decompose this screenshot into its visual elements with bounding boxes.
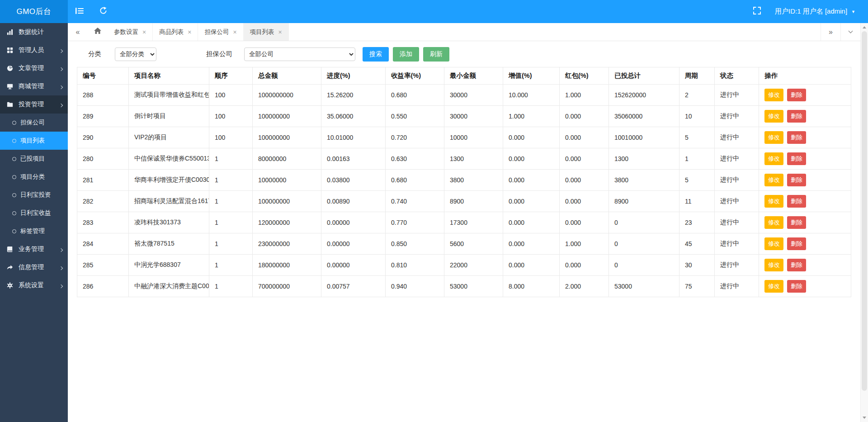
column-header: 编号 [77, 67, 129, 85]
table-cell: 5 [679, 170, 715, 191]
home-tab[interactable] [88, 23, 108, 41]
table-cell: 1 [209, 255, 253, 276]
edit-button[interactable]: 修改 [764, 280, 783, 293]
tab-3[interactable]: 项目列表× [244, 23, 289, 41]
edit-button[interactable]: 修改 [764, 110, 783, 123]
sidebar-item-4[interactable]: 投资管理 [0, 95, 68, 114]
delete-button[interactable]: 删除 [787, 174, 806, 186]
fullscreen-button[interactable] [745, 0, 769, 23]
search-button[interactable]: 搜索 [363, 47, 389, 62]
table-cell: 1 [209, 148, 253, 170]
chevron-right-icon [60, 47, 62, 54]
table-cell: 0.00000 [321, 233, 386, 255]
column-header: 收益率(%) [386, 67, 444, 85]
sidebar-item-2[interactable]: 文章管理 [0, 59, 68, 77]
tab-bar: « 参数设置×商品列表×担保公司×项目列表× » [68, 23, 860, 41]
delete-button[interactable]: 删除 [787, 237, 806, 250]
tab-0[interactable]: 参数设置× [108, 23, 153, 41]
sidebar-subitem-6[interactable]: 项目列表 [0, 132, 68, 150]
table-cell: 1 [209, 212, 253, 233]
delete-button[interactable]: 删除 [787, 280, 806, 293]
sidebar-item-1[interactable]: 管理人员 [0, 41, 68, 59]
sidebar-item-12[interactable]: 业务管理 [0, 240, 68, 258]
close-icon[interactable]: × [142, 29, 146, 35]
vertical-scrollbar[interactable] [860, 23, 868, 422]
table-cell: 30 [679, 255, 715, 276]
user-dropdown[interactable]: 用户ID:1 用户名 [admin] ▼ [769, 0, 868, 23]
sidebar-subitem-9[interactable]: 日利宝投资 [0, 186, 68, 204]
chevron-right-icon [60, 83, 62, 90]
table-cell: 230000000 [253, 233, 321, 255]
sidebar-item-13[interactable]: 信息管理 [0, 258, 68, 276]
edit-button[interactable]: 修改 [764, 174, 783, 186]
filter-bar: 分类 全部分类 担保公司 全部公司 搜索 添加 刷新 [68, 41, 860, 67]
close-icon[interactable]: × [233, 29, 236, 35]
table-header-row: 编号项目名称顺序总金额进度(%)收益率(%)最小金额增值(%)红包(%)已投总计… [77, 67, 851, 85]
table-cell: 23 [679, 212, 715, 233]
tabs-menu-button[interactable] [840, 23, 860, 41]
edit-button[interactable]: 修改 [764, 89, 783, 101]
chevron-right-icon [60, 65, 62, 72]
company-select[interactable]: 全部公司 [244, 47, 355, 61]
sidebar-item-3[interactable]: 商城管理 [0, 77, 68, 95]
monitor-icon [7, 83, 14, 90]
refresh-page-button[interactable] [91, 0, 115, 23]
table-cell: 152620000 [609, 85, 679, 106]
close-icon[interactable]: × [188, 29, 191, 35]
column-header: 顺序 [209, 67, 253, 85]
tabs-scroll-left-button[interactable]: « [68, 23, 88, 41]
delete-button[interactable]: 删除 [787, 110, 806, 123]
edit-button[interactable]: 修改 [764, 216, 783, 229]
edit-button[interactable]: 修改 [764, 237, 783, 250]
add-button[interactable]: 添加 [393, 47, 419, 62]
edit-button[interactable]: 修改 [764, 131, 783, 144]
table-cell: 5600 [444, 233, 503, 255]
sidebar-item-14[interactable]: 系统设置 [0, 276, 68, 294]
edit-button[interactable]: 修改 [764, 259, 783, 271]
scroll-up-arrow-icon[interactable] [861, 24, 868, 31]
chevron-right-icon [60, 264, 62, 271]
collapse-menu-button[interactable] [68, 0, 91, 23]
table-row: 280中信保诚景华债券C5500131800000000.001630.6301… [77, 148, 851, 170]
chevron-down-icon [849, 29, 853, 33]
scroll-down-arrow-icon[interactable] [861, 414, 868, 422]
delete-button[interactable]: 删除 [787, 195, 806, 208]
status-text: 进行中 [715, 106, 759, 127]
sidebar-subitem-5[interactable]: 担保公司 [0, 114, 68, 132]
tab-2[interactable]: 担保公司× [198, 23, 243, 41]
category-select[interactable]: 全部分类 [115, 47, 156, 61]
table-cell: 10010000 [609, 127, 679, 148]
edit-button[interactable]: 修改 [764, 195, 783, 208]
edit-button[interactable]: 修改 [764, 152, 783, 165]
tabs-scroll-right-button[interactable]: » [821, 23, 840, 41]
table-cell: 80000000 [253, 148, 321, 170]
sidebar: 数据统计管理人员文章管理商城管理投资管理担保公司项目列表已投项目项目分类日利宝投… [0, 23, 68, 422]
close-icon[interactable]: × [278, 29, 282, 35]
sidebar-item-0[interactable]: 数据统计 [0, 23, 68, 41]
tab-1[interactable]: 商品列表× [153, 23, 198, 41]
sidebar-subitem-label: 日利宝收益 [20, 209, 51, 217]
table-row: 285中润光学68830711800000000.000000.81022000… [77, 255, 851, 276]
delete-button[interactable]: 删除 [787, 259, 806, 271]
delete-button[interactable]: 删除 [787, 216, 806, 229]
table-cell: 100000000 [253, 191, 321, 212]
delete-button[interactable]: 删除 [787, 131, 806, 144]
scrollbar-thumb[interactable] [862, 31, 867, 391]
delete-button[interactable]: 删除 [787, 89, 806, 101]
chevron-right-icon [60, 282, 62, 289]
table-cell: 0.000 [503, 191, 560, 212]
sidebar-subitem-8[interactable]: 项目分类 [0, 168, 68, 186]
table-body: 288测试项目带增值收益和红包100100000000015.262000.68… [77, 85, 851, 297]
refresh-button[interactable]: 刷新 [423, 47, 449, 62]
table-cell: 0.000 [560, 170, 609, 191]
table-cell: 3800 [444, 170, 503, 191]
column-header: 状态 [715, 67, 759, 85]
sidebar-subitem-7[interactable]: 已投项目 [0, 150, 68, 168]
table-cell: 284 [77, 233, 129, 255]
sidebar-subitem-11[interactable]: 标签管理 [0, 222, 68, 240]
delete-button[interactable]: 删除 [787, 152, 806, 165]
sidebar-subitem-label: 已投项目 [20, 155, 45, 163]
table-cell: 0.810 [386, 255, 444, 276]
table-cell: 测试项目带增值收益和红包 [129, 85, 209, 106]
sidebar-subitem-10[interactable]: 日利宝收益 [0, 204, 68, 222]
